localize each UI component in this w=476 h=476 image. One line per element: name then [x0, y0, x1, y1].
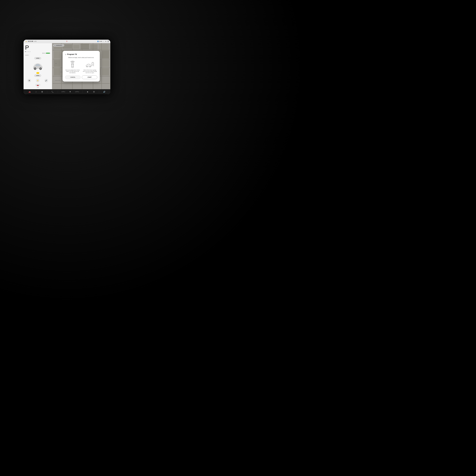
- range-value: 310 mi: [42, 52, 46, 54]
- taskbar-music[interactable]: ♪: [35, 90, 37, 93]
- modal-buttons: CANCEL START: [65, 75, 97, 79]
- right-panel: CULVER GARDEN Playa Del Rey Loyola Marym…: [52, 43, 110, 89]
- left-bottom-icons: ⚙ ⚡ 🎤: [25, 78, 51, 83]
- fan-taskbar-icon: ❄: [69, 91, 71, 93]
- svg-rect-6: [42, 67, 42, 67]
- svg-rect-7: [33, 67, 34, 67]
- open-button-bottom[interactable]: OPEN: [34, 74, 41, 77]
- taskbar-phone[interactable]: 📞: [51, 90, 54, 93]
- tesla-logo: T: [67, 41, 67, 42]
- temp-left-arrow-down[interactable]: ◀: [61, 91, 62, 92]
- garage-remote-icon: [68, 61, 76, 68]
- left-panel: P P R N D 310 mi Model 3 OPEN: [24, 43, 52, 89]
- profile-button[interactable]: 👤 Profile: [97, 41, 102, 42]
- cancel-button[interactable]: CANCEL: [65, 75, 81, 79]
- taskbar-grid[interactable]: ⊟: [92, 90, 95, 93]
- temp-left-display: ◀ 72° ▶: [61, 91, 65, 92]
- svg-rect-53: [86, 65, 91, 67]
- taskbar-volume[interactable]: 🔊: [102, 90, 106, 93]
- gear-n[interactable]: N: [28, 51, 29, 52]
- model-name: Model 3: [25, 54, 51, 56]
- battery-fill: [46, 53, 50, 54]
- dots-indicator: [25, 87, 51, 88]
- taskbar-divider-4: [99, 90, 99, 93]
- taskbar-car[interactable]: 🚗: [28, 90, 31, 93]
- status-bar: 🔒 10:21 AM 72°F T 👤 Profile ⌂ B ▐: [24, 40, 110, 43]
- car-taskbar-icon: 🚗: [29, 91, 31, 93]
- steering-icon-btn[interactable]: 🚗: [35, 84, 40, 86]
- car-garage-icon: [86, 61, 94, 68]
- temp-left-value: 72°: [63, 91, 64, 92]
- modal-overlay: ⌂ Program Td Before we begin, here's wha…: [52, 43, 110, 89]
- status-time: 10:21 AM: [28, 41, 33, 42]
- svg-point-3: [34, 68, 36, 69]
- svg-point-52: [72, 66, 73, 67]
- modal-title: Program Td: [67, 53, 77, 55]
- car-svg: [30, 61, 45, 72]
- modal-icon-text-car: Park in front of your garage door. Be su…: [83, 69, 97, 73]
- grid-taskbar-icon: ⊟: [93, 91, 95, 93]
- temp-right-arrow-down[interactable]: ◀: [75, 91, 76, 92]
- status-temp: 72°F: [34, 41, 36, 42]
- apps-taskbar-icon: ⊞: [41, 91, 43, 93]
- screen-content: 🔒 10:21 AM 72°F T 👤 Profile ⌂ B ▐ P: [24, 40, 110, 94]
- modal-header: ⌂ Program Td: [65, 53, 97, 55]
- modal-icon-block-remote: Have your garage door remote ready. You …: [65, 61, 80, 73]
- status-center: T: [67, 41, 67, 42]
- lightning-icon: ⚡: [37, 72, 39, 74]
- profile-person-icon: 👤: [97, 41, 99, 42]
- settings-icon[interactable]: ⚙: [28, 79, 31, 82]
- taskbar: 🚗 ♪ ⊞ 📞 ◀ 72° ▶ ❄ ◀ 72: [24, 89, 110, 94]
- taskbar-divider-2: [58, 90, 58, 93]
- taskbar-apps[interactable]: ⊞: [41, 90, 44, 93]
- gear-d[interactable]: D: [30, 51, 31, 52]
- phone-taskbar-icon: 📞: [51, 91, 53, 93]
- taskbar-seat[interactable]: ◈: [86, 90, 89, 93]
- modal-icons-row: Have your garage door remote ready. You …: [65, 61, 97, 73]
- gear-display: P: [25, 45, 51, 51]
- lightning-badge: ⚡: [36, 72, 39, 74]
- svg-point-5: [40, 68, 41, 69]
- gear-r[interactable]: R: [27, 51, 27, 52]
- profile-label: Profile: [99, 41, 102, 42]
- program-modal: ⌂ Program Td Before we begin, here's wha…: [63, 51, 100, 82]
- car-image: [30, 61, 45, 72]
- gear-selector: P R N D: [25, 51, 51, 52]
- volume-taskbar-icon: 🔊: [103, 91, 105, 93]
- music-taskbar-icon: ♪: [35, 91, 36, 93]
- map-background: CULVER GARDEN Playa Del Rey Loyola Marym…: [52, 43, 110, 89]
- main-content: P P R N D 310 mi Model 3 OPEN: [24, 43, 110, 89]
- seat-taskbar-icon: ◈: [87, 91, 88, 93]
- tesla-screen: 🔒 10:21 AM 72°F T 👤 Profile ⌂ B ▐ P: [24, 40, 110, 94]
- taskbar-divider-3: [83, 90, 83, 93]
- temp-right-display: ◀ 72° ▶: [75, 91, 79, 92]
- status-right: 👤 Profile ⌂ B ▐: [97, 41, 108, 42]
- taskbar-fan[interactable]: ❄: [69, 90, 72, 93]
- dot-1: [37, 87, 37, 88]
- temp-right-value: 72°: [76, 91, 78, 92]
- lightning-icon-btn[interactable]: ⚡: [36, 79, 39, 82]
- home-icon[interactable]: ⌂: [103, 41, 104, 42]
- lock-icon: 🔒: [26, 41, 27, 42]
- modal-subtitle: Before we begin, here's what you'll need…: [65, 57, 97, 58]
- svg-rect-51: [72, 64, 73, 65]
- battery-bar: [46, 53, 51, 54]
- open-button-top[interactable]: OPEN: [34, 57, 41, 60]
- dot-2: [38, 87, 39, 88]
- gear-p[interactable]: P: [25, 51, 26, 52]
- mic-icon[interactable]: 🎤: [45, 79, 48, 82]
- status-left: 🔒 10:21 AM 72°F: [26, 41, 36, 42]
- range-row: 310 mi: [25, 52, 51, 54]
- start-button[interactable]: START: [82, 75, 97, 79]
- temp-left-arrow-up[interactable]: ▶: [65, 91, 65, 92]
- signal-icon: ▐: [107, 41, 108, 42]
- modal-icon-block-car: Park in front of your garage door. Be su…: [83, 61, 97, 73]
- taskbar-divider-1: [47, 90, 47, 93]
- bluetooth-icon[interactable]: B: [105, 41, 106, 42]
- modal-home-icon: ⌂: [65, 53, 66, 55]
- modal-icon-text-remote: Have your garage door remote ready. You …: [65, 69, 80, 73]
- temp-right-arrow-up[interactable]: ▶: [78, 91, 79, 92]
